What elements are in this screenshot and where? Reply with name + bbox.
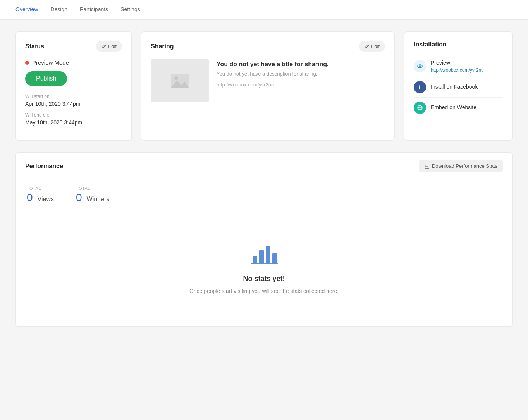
sharing-edit-button[interactable]: Edit [359, 41, 385, 52]
sharing-page-title: You do not yet have a title for sharing. [217, 61, 385, 68]
install-preview-item: Preview http://woobox.com/yvr2nu [414, 56, 503, 77]
bar-chart-icon [251, 243, 278, 266]
sharing-image-placeholder [151, 59, 209, 102]
status-indicator [25, 61, 29, 65]
svg-rect-11 [253, 256, 257, 264]
svg-text:f: f [419, 84, 421, 90]
preview-mode-row: Preview Mode [25, 59, 122, 66]
sharing-description: You do not yet have a description for sh… [217, 71, 385, 77]
winners-number-row: 0 Winners [76, 191, 109, 204]
top-nav: Overview Design Participants Settings [0, 0, 528, 20]
status-header: Status Edit [25, 41, 122, 52]
facebook-install-label: Install on Facebook [431, 84, 478, 90]
will-end-label: Will end on: [25, 112, 122, 118]
no-stats-description: Once people start visiting you will see … [189, 287, 339, 295]
will-start-section: Will start on: Apr 10th, 2020 3:44pm [25, 94, 122, 107]
status-edit-button[interactable]: Edit [96, 41, 122, 52]
no-stats-section: No stats yet! Once people start visiting… [16, 212, 512, 326]
preview-mode-label: Preview Mode [32, 59, 69, 66]
views-count: 0 [27, 191, 33, 204]
nav-overview[interactable]: Overview [15, 0, 38, 19]
will-start-date: Apr 10th, 2020 3:44pm [25, 101, 122, 107]
sharing-header: Sharing Edit [151, 41, 385, 52]
sharing-card: Sharing Edit You do not y [141, 31, 395, 141]
facebook-install-icon: f [414, 81, 426, 93]
winners-label: Winners [87, 196, 110, 203]
installation-card: Installation Preview http://woobox.com/y… [404, 31, 513, 141]
preview-install-url[interactable]: http://woobox.com/yvr2nu [431, 67, 484, 73]
will-end-date: May 10th, 2020 3:44pm [25, 119, 122, 126]
preview-install-label: Preview [431, 60, 484, 66]
sharing-title-label: Sharing [151, 43, 174, 50]
globe-icon [417, 105, 423, 111]
performance-section: Performance Download Performance Stats T… [15, 152, 513, 327]
no-stats-title: No stats yet! [243, 275, 285, 283]
image-placeholder-icon [170, 73, 189, 88]
installation-header: Installation [414, 41, 503, 48]
performance-title: Performance [25, 163, 63, 170]
performance-header: Performance Download Performance Stats [16, 153, 512, 178]
svg-rect-13 [266, 246, 270, 264]
nav-design[interactable]: Design [50, 0, 67, 19]
stat-winners: TOTAL 0 Winners [65, 178, 120, 212]
preview-install-text: Preview http://woobox.com/yvr2nu [431, 60, 484, 73]
views-number-row: 0 Views [27, 191, 54, 204]
top-row: Status Edit Preview Mode Publish Will st… [15, 31, 513, 141]
will-start-label: Will start on: [25, 94, 122, 99]
facebook-icon: f [417, 84, 423, 90]
svg-point-1 [174, 76, 178, 80]
embed-install-label: Embed on Website [431, 104, 476, 110]
pencil-icon [365, 44, 369, 49]
sharing-inner: You do not yet have a title for sharing.… [151, 59, 385, 102]
will-end-section: Will end on: May 10th, 2020 3:44pm [25, 112, 122, 126]
main-content: Status Edit Preview Mode Publish Will st… [0, 20, 528, 338]
preview-install-icon [414, 60, 426, 72]
chart-icon [251, 243, 278, 267]
pencil-icon [101, 44, 106, 49]
install-facebook-item[interactable]: f Install on Facebook [414, 77, 503, 98]
embed-install-icon [414, 102, 426, 114]
status-card: Status Edit Preview Mode Publish Will st… [15, 31, 132, 141]
nav-participants[interactable]: Participants [80, 0, 108, 19]
svg-rect-14 [272, 253, 277, 264]
eye-icon [417, 63, 423, 69]
stats-row: TOTAL 0 Views TOTAL 0 Winners [16, 178, 512, 212]
status-title: Status [25, 43, 44, 50]
publish-button[interactable]: Publish [25, 71, 67, 86]
svg-rect-12 [259, 250, 264, 264]
sharing-url[interactable]: http://woobox.com/yvr2nu [217, 82, 274, 88]
install-embed-item[interactable]: Embed on Website [414, 98, 503, 118]
installation-title: Installation [414, 41, 446, 48]
download-icon [424, 164, 430, 169]
winners-count: 0 [76, 191, 82, 204]
nav-settings[interactable]: Settings [120, 0, 140, 19]
stat-views: TOTAL 0 Views [16, 178, 65, 212]
download-stats-button[interactable]: Download Performance Stats [419, 160, 503, 172]
sharing-text: You do not yet have a title for sharing.… [217, 59, 385, 102]
svg-point-4 [419, 65, 421, 67]
views-label: Views [38, 196, 54, 203]
